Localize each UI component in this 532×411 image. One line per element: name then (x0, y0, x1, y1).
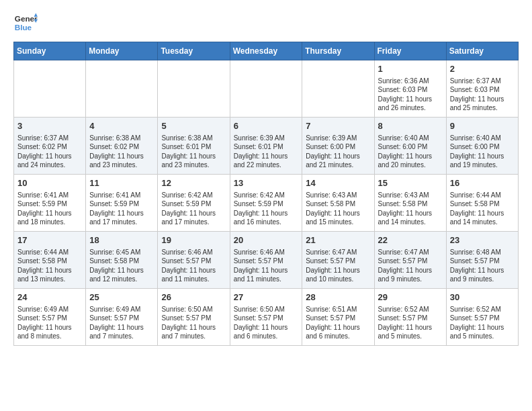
day-info: Daylight: 11 hours and 20 minutes. (378, 152, 443, 170)
day-info: Sunset: 5:57 PM (306, 314, 370, 323)
day-info: Daylight: 11 hours and 22 minutes. (234, 152, 299, 170)
calendar-header-row: SundayMondayTuesdayWednesdayThursdayFrid… (14, 42, 519, 60)
day-info: Sunset: 6:00 PM (450, 142, 515, 152)
day-number: 15 (378, 177, 443, 189)
day-info: Sunset: 5:57 PM (161, 314, 226, 323)
day-info: Sunset: 5:57 PM (234, 314, 299, 323)
calendar-cell: 13Sunrise: 6:42 AMSunset: 5:59 PMDayligh… (230, 175, 302, 232)
day-info: Sunset: 5:57 PM (17, 314, 82, 323)
day-number: 17 (17, 234, 82, 246)
day-info: Sunrise: 6:39 AM (306, 134, 370, 143)
calendar-cell: 22Sunrise: 6:47 AMSunset: 5:57 PMDayligh… (374, 232, 446, 289)
day-info: Sunrise: 6:36 AM (378, 77, 443, 86)
day-number: 20 (234, 234, 299, 246)
day-info: Sunrise: 6:38 AM (161, 134, 226, 143)
day-info: Daylight: 11 hours and 19 minutes. (450, 152, 515, 170)
calendar-cell: 17Sunrise: 6:44 AMSunset: 5:58 PMDayligh… (14, 232, 86, 289)
day-info: Sunrise: 6:51 AM (306, 305, 370, 314)
day-info: Sunset: 5:57 PM (234, 257, 299, 266)
day-number: 8 (378, 120, 443, 132)
day-number: 4 (89, 120, 154, 132)
day-info: Daylight: 11 hours and 23 minutes. (89, 152, 154, 170)
day-info: Sunrise: 6:52 AM (378, 305, 443, 314)
day-info: Sunset: 6:02 PM (17, 142, 82, 152)
calendar-cell: 29Sunrise: 6:52 AMSunset: 5:57 PMDayligh… (374, 289, 446, 346)
calendar-week-4: 17Sunrise: 6:44 AMSunset: 5:58 PMDayligh… (14, 232, 519, 289)
day-info: Sunrise: 6:46 AM (161, 248, 226, 257)
calendar: SundayMondayTuesdayWednesdayThursdayFrid… (13, 42, 519, 346)
day-number: 27 (234, 291, 299, 304)
day-info: Daylight: 11 hours and 21 minutes. (306, 152, 370, 170)
day-info: Sunrise: 6:50 AM (161, 305, 226, 314)
calendar-cell: 18Sunrise: 6:45 AMSunset: 5:58 PMDayligh… (86, 232, 158, 289)
calendar-cell: 2Sunrise: 6:37 AMSunset: 6:03 PMDaylight… (446, 60, 518, 118)
day-info: Daylight: 11 hours and 9 minutes. (450, 266, 515, 284)
calendar-cell: 25Sunrise: 6:49 AMSunset: 5:57 PMDayligh… (86, 289, 158, 346)
day-info: Sunset: 5:58 PM (89, 257, 154, 266)
calendar-cell: 21Sunrise: 6:47 AMSunset: 5:57 PMDayligh… (302, 232, 374, 289)
calendar-week-1: 1Sunrise: 6:36 AMSunset: 6:03 PMDaylight… (14, 60, 519, 118)
calendar-cell (86, 60, 158, 118)
day-info: Daylight: 11 hours and 17 minutes. (89, 209, 154, 227)
day-number: 2 (450, 63, 515, 75)
day-info: Sunrise: 6:37 AM (17, 134, 82, 143)
day-info: Sunrise: 6:41 AM (89, 191, 154, 200)
calendar-cell: 3Sunrise: 6:37 AMSunset: 6:02 PMDaylight… (14, 118, 86, 175)
calendar-cell: 9Sunrise: 6:40 AMSunset: 6:00 PMDaylight… (446, 118, 518, 175)
day-number: 1 (378, 63, 443, 75)
day-number: 16 (450, 177, 515, 189)
day-number: 11 (89, 177, 154, 189)
day-number: 18 (89, 234, 154, 246)
day-info: Daylight: 11 hours and 17 minutes. (161, 209, 226, 227)
day-number: 21 (306, 234, 370, 246)
day-info: Sunset: 5:57 PM (378, 314, 443, 323)
calendar-cell: 24Sunrise: 6:49 AMSunset: 5:57 PMDayligh… (14, 289, 86, 346)
day-info: Sunset: 6:00 PM (306, 142, 370, 152)
day-info: Sunset: 6:03 PM (450, 85, 515, 95)
calendar-cell: 23Sunrise: 6:48 AMSunset: 5:57 PMDayligh… (446, 232, 518, 289)
calendar-cell (158, 60, 230, 118)
day-info: Sunset: 5:57 PM (378, 257, 443, 266)
day-info: Sunset: 5:57 PM (450, 314, 515, 323)
calendar-cell: 6Sunrise: 6:39 AMSunset: 6:01 PMDaylight… (230, 118, 302, 175)
day-info: Daylight: 11 hours and 8 minutes. (17, 323, 82, 341)
day-info: Daylight: 11 hours and 7 minutes. (161, 323, 226, 341)
calendar-cell: 4Sunrise: 6:38 AMSunset: 6:02 PMDaylight… (86, 118, 158, 175)
day-number: 23 (450, 234, 515, 246)
calendar-cell (14, 60, 86, 118)
day-info: Daylight: 11 hours and 14 minutes. (450, 209, 515, 227)
day-info: Sunset: 5:57 PM (161, 257, 226, 266)
day-number: 12 (161, 177, 226, 189)
calendar-cell (302, 60, 374, 118)
day-info: Daylight: 11 hours and 15 minutes. (306, 209, 370, 227)
calendar-cell: 28Sunrise: 6:51 AMSunset: 5:57 PMDayligh… (302, 289, 374, 346)
day-info: Sunset: 5:59 PM (161, 199, 226, 209)
calendar-week-2: 3Sunrise: 6:37 AMSunset: 6:02 PMDaylight… (14, 118, 519, 175)
day-info: Sunset: 5:57 PM (89, 314, 154, 323)
day-number: 9 (450, 120, 515, 132)
header-sunday: Sunday (14, 42, 86, 60)
day-number: 14 (306, 177, 370, 189)
svg-text:General: General (15, 14, 38, 23)
day-info: Sunset: 5:58 PM (17, 257, 82, 266)
calendar-cell: 16Sunrise: 6:44 AMSunset: 5:58 PMDayligh… (446, 175, 518, 232)
day-number: 29 (378, 291, 443, 304)
calendar-cell: 11Sunrise: 6:41 AMSunset: 5:59 PMDayligh… (86, 175, 158, 232)
day-info: Sunset: 5:57 PM (306, 257, 370, 266)
calendar-cell: 8Sunrise: 6:40 AMSunset: 6:00 PMDaylight… (374, 118, 446, 175)
header-saturday: Saturday (446, 42, 518, 60)
day-info: Sunset: 5:58 PM (450, 199, 515, 209)
header-wednesday: Wednesday (230, 42, 302, 60)
day-info: Sunrise: 6:40 AM (378, 134, 443, 143)
day-info: Daylight: 11 hours and 7 minutes. (89, 323, 154, 341)
logo: General Blue (13, 11, 23, 35)
header-thursday: Thursday (302, 42, 374, 60)
day-info: Daylight: 11 hours and 26 minutes. (378, 95, 443, 113)
day-info: Daylight: 11 hours and 16 minutes. (234, 209, 299, 227)
header: General Blue (13, 11, 519, 35)
calendar-cell: 1Sunrise: 6:36 AMSunset: 6:03 PMDaylight… (374, 60, 446, 118)
day-number: 10 (17, 177, 82, 189)
calendar-cell: 30Sunrise: 6:52 AMSunset: 5:57 PMDayligh… (446, 289, 518, 346)
day-info: Daylight: 11 hours and 5 minutes. (378, 323, 443, 341)
day-number: 3 (17, 120, 82, 132)
